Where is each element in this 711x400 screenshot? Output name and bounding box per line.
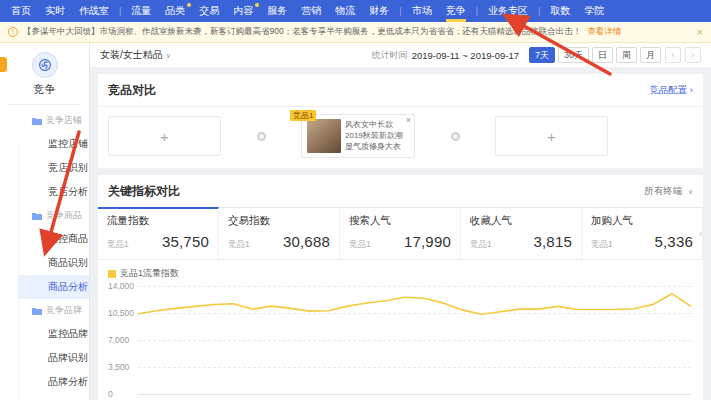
metric-name: 收藏人气 (470, 214, 572, 228)
plus-icon: + (547, 128, 556, 145)
chart-legend: 竞品1流量指数 (108, 267, 179, 280)
sidebar-item-竞店识别[interactable]: 竞店识别 (18, 156, 89, 180)
range-button-月[interactable]: 月 (640, 47, 661, 63)
sidebar-item-商品识别[interactable]: 商品识别 (18, 251, 89, 275)
nav-item-学院[interactable]: 学院 (577, 0, 611, 22)
product-card[interactable]: 竞品1 风衣女中长款2019秋装新款潮显气质修身大衣显瘦潮风chic… × (301, 114, 415, 158)
compare-config-link[interactable]: 竞品配置 › (649, 84, 693, 97)
nav-item-实时[interactable]: 实时 (38, 0, 72, 22)
close-icon[interactable]: × (406, 115, 411, 125)
metric-sub-label: 竞品1 (591, 239, 613, 251)
sidebar-group-label: 竞争商品 (46, 209, 82, 222)
nav-divider: | (473, 0, 481, 22)
nav-item-品类[interactable]: 品类 (158, 0, 192, 22)
category-selector[interactable]: 女装/女士精品∨ (100, 48, 171, 62)
next-page-button[interactable]: › (685, 47, 701, 63)
sidebar-item-商品分析[interactable]: 商品分析 (18, 275, 89, 299)
sidebar-item-品牌分析[interactable]: 品牌分析 (18, 370, 89, 394)
prev-page-button[interactable]: ‹ (665, 47, 681, 63)
metric-line: 竞品130,688 (228, 233, 330, 251)
pinwheel-icon (38, 58, 52, 72)
legend-swatch (108, 270, 116, 278)
metric-line: 竞品15,336 (591, 233, 693, 251)
toolbar-right: 统计时间 2019-09-11 ~ 2019-09-17 7天30天日周月 ‹ … (372, 47, 701, 63)
metric-card-交易指数[interactable]: 交易指数竞品130,688 (219, 207, 340, 259)
sidebar-group-label: 竞争品牌 (46, 304, 82, 317)
sidebar-item-监控店铺[interactable]: 监控店铺 (18, 132, 89, 156)
nav-item-财务[interactable]: 财务 (362, 0, 396, 22)
metric-sub-label: 竞品1 (470, 239, 492, 251)
sidebar-item-监控商品[interactable]: 监控商品 (18, 227, 89, 251)
plus-icon: + (160, 128, 169, 145)
range-button-7天[interactable]: 7天 (529, 47, 555, 63)
trend-chart: 竞品1流量指数 03,5007,00010,50014,00008-1908-2… (98, 260, 703, 400)
sidebar-item-品牌客群[interactable]: 品牌客群 (18, 394, 89, 400)
nav-item-业务专区[interactable]: 业务专区 (481, 0, 535, 22)
metric-sub-label: 竞品1 (228, 239, 250, 251)
line-series (138, 286, 691, 394)
floating-tab[interactable] (0, 57, 7, 72)
folder-icon (32, 117, 42, 125)
vs-icon (451, 132, 460, 141)
nav-item-内容[interactable]: 内容 (226, 0, 260, 22)
range-button-周[interactable]: 周 (616, 47, 637, 63)
metric-value: 3,815 (533, 233, 572, 250)
terminal-filter[interactable]: 所有终端 ∨ (644, 185, 693, 198)
nav-item-取数[interactable]: 取数 (543, 0, 577, 22)
competition-module-icon (32, 52, 58, 78)
compare-title: 竞品对比 (108, 82, 156, 99)
nav-item-服务[interactable]: 服务 (260, 0, 294, 22)
nav-item-作战室[interactable]: 作战室 (72, 0, 116, 22)
nav-divider: | (396, 0, 404, 22)
nav-divider: | (535, 0, 543, 22)
metrics-next-icon[interactable]: › (699, 228, 702, 239)
close-icon[interactable]: × (689, 26, 703, 38)
add-product-slot[interactable]: + (108, 116, 221, 156)
nav-item-市场[interactable]: 市场 (405, 0, 439, 22)
product-badge: 竞品1 (290, 110, 316, 121)
metric-card-加购人气[interactable]: 加购人气竞品15,336 (582, 207, 703, 259)
range-button-30天[interactable]: 30天 (558, 47, 589, 63)
sidebar-title: 竞争 (0, 82, 89, 97)
metrics-card: 关键指标对比 所有终端 ∨ 流量指数竞品135,750交易指数竞品130,688… (98, 175, 703, 400)
nav-item-竞争[interactable]: 竞争 (439, 0, 473, 22)
sidebar-item-竞店分析[interactable]: 竞店分析 (18, 180, 89, 204)
body: 竞争 竞争店铺监控店铺竞店识别竞店分析竞争商品监控商品商品识别商品分析竞争品牌监… (0, 43, 711, 400)
chevron-down-icon: ∨ (688, 188, 693, 195)
badge-dot (255, 3, 259, 7)
folder-icon (32, 307, 42, 315)
sidebar-item-品牌识别[interactable]: 品牌识别 (18, 346, 89, 370)
sidebar-group-竞争店铺: 竞争店铺 (0, 109, 89, 132)
metric-name: 搜索人气 (349, 214, 451, 228)
category-label: 女装/女士精品 (100, 49, 163, 60)
nav-item-交易[interactable]: 交易 (192, 0, 226, 22)
y-axis-label: 7,000 (108, 335, 136, 345)
metric-sub-label: 竞品1 (349, 239, 371, 251)
metric-value: 30,688 (283, 233, 330, 250)
compare-card: 竞品对比 竞品配置 › + 竞品1 风衣女中长款2019秋装新款潮显气质修身大衣… (98, 74, 703, 168)
notice-detail-link[interactable]: 查看详情 (587, 26, 621, 38)
metrics-header: 关键指标对比 所有终端 ∨ (98, 175, 703, 207)
metric-card-搜索人气[interactable]: 搜索人气竞品117,990 (340, 207, 461, 259)
nav-item-首页[interactable]: 首页 (4, 0, 38, 22)
nav-divider: | (116, 0, 124, 22)
metric-card-收藏人气[interactable]: 收藏人气竞品13,815 (461, 207, 582, 259)
sidebar-item-监控品牌[interactable]: 监控品牌 (18, 322, 89, 346)
product-title: 风衣女中长款2019秋装新款潮显气质修身大衣显瘦潮风chic… (345, 119, 404, 153)
add-product-slot[interactable]: + (495, 116, 608, 156)
date-range: 2019-09-11 ~ 2019-09-17 (412, 50, 519, 61)
nav-item-物流[interactable]: 物流 (328, 0, 362, 22)
stat-time-label: 统计时间 (372, 49, 408, 62)
folder-icon (32, 212, 42, 220)
range-button-日[interactable]: 日 (592, 47, 613, 63)
nav-item-营销[interactable]: 营销 (294, 0, 328, 22)
metric-card-流量指数[interactable]: 流量指数竞品135,750 (98, 207, 219, 259)
nav-item-流量[interactable]: 流量 (124, 0, 158, 22)
sidebar-menu: 竞争店铺监控店铺竞店识别竞店分析竞争商品监控商品商品识别商品分析竞争品牌监控品牌… (0, 105, 89, 400)
badge-dot (187, 3, 191, 7)
vs-gap (221, 132, 301, 141)
info-icon: ! (8, 27, 18, 37)
terminal-filter-label: 所有终端 (644, 185, 682, 196)
main: 女装/女士精品∨ 统计时间 2019-09-11 ~ 2019-09-17 7天… (90, 43, 711, 400)
metric-name: 流量指数 (107, 214, 209, 228)
